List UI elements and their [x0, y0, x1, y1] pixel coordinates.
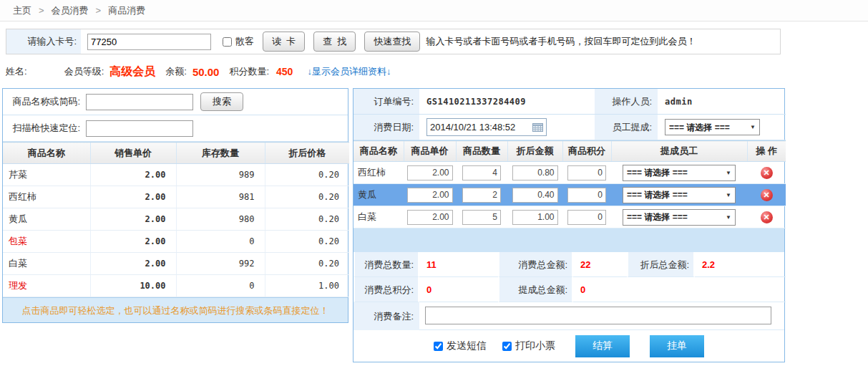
order-no-value: GS1410211337284409	[419, 89, 595, 115]
points-label: 积分数量:	[229, 65, 269, 78]
print-ticket-label: 打印小票	[515, 339, 555, 352]
item-row[interactable]: 西红柿=== 请选择 ===▼✕	[353, 162, 786, 184]
member-info-row: 姓名: 会员等级: 高级会员 余额: 50.00 积分数量: 450 ↓显示会员…	[0, 61, 868, 82]
item-name-cell: 白菜	[353, 206, 404, 228]
date-value: 2014/10/21 13:48:52	[430, 115, 515, 140]
product-table: 商品名称销售单价库存数量折后价格 芹菜2.009890.20西红柿2.00981…	[3, 142, 349, 297]
product-table-header: 商品名称销售单价库存数量折后价格	[3, 143, 349, 164]
discount-total-label: 折后总金额:	[627, 252, 695, 277]
card-search-bar: 请输入卡号: 散客 读 卡 查 找 快速查找 输入卡号或者卡面号码或者手机号码，…	[6, 29, 781, 54]
product-stock-cell: 981	[176, 186, 265, 208]
product-stock-cell: 992	[176, 253, 265, 275]
remark-label: 消费备注:	[353, 302, 419, 330]
guest-checkbox[interactable]	[223, 37, 232, 47]
item-qty-input[interactable]	[462, 188, 501, 203]
date-input[interactable]: 2014/10/21 13:48:52	[426, 118, 547, 136]
breadcrumb-item[interactable]: 会员消费	[52, 5, 89, 16]
item-name-cell: 西红柿	[353, 162, 404, 184]
commission-select[interactable]: === 请选择 === ▼	[665, 119, 760, 135]
item-amount-input[interactable]	[512, 210, 558, 225]
product-search-input[interactable]	[86, 94, 193, 110]
send-sms-checkbox[interactable]	[434, 342, 443, 351]
item-price-input[interactable]	[407, 188, 453, 203]
balance-label: 余额:	[165, 65, 187, 78]
item-points-input[interactable]	[567, 210, 606, 225]
item-price-input[interactable]	[407, 165, 453, 180]
product-column-header: 销售单价	[90, 143, 176, 164]
product-row[interactable]: 白菜2.009920.20	[3, 253, 349, 275]
item-commission-cell: === 请选择 ===▼	[611, 206, 747, 228]
item-amount-cell	[507, 162, 562, 184]
product-name-cell: 包菜	[3, 231, 90, 253]
item-amount-input[interactable]	[512, 165, 558, 180]
breadcrumb-item[interactable]: 主页	[13, 5, 31, 16]
member-detail-link[interactable]: ↓显示会员详细资料↓	[307, 65, 391, 78]
delete-item-button[interactable]: ✕	[761, 189, 773, 201]
product-discount-cell: 0.20	[265, 208, 349, 231]
chevron-down-icon: ▼	[726, 214, 731, 221]
breadcrumb-item[interactable]: 商品消费	[108, 5, 145, 16]
items-table: 商品名称商品单价商品数量折后金额商品积分提成员工操 作 西红柿=== 请选择 =…	[353, 140, 786, 228]
item-commission-cell: === 请选择 ===▼	[611, 184, 747, 206]
item-qty-cell	[456, 206, 507, 228]
items-table-body: 西红柿=== 请选择 ===▼✕黄瓜=== 请选择 ===▼✕白菜=== 请选择…	[353, 162, 786, 228]
total-qty-value: 11	[419, 252, 498, 277]
product-name-cell: 白菜	[3, 253, 90, 275]
order-panel: 订单编号: GS1410211337284409 操作人员: admin 消费日…	[353, 88, 785, 362]
total-points-value: 0	[419, 277, 498, 302]
product-panel: 商品名称或简码: 搜索 扫描枪快速定位: 商品名称销售单价库存数量折后价格 芹菜…	[2, 88, 348, 323]
item-qty-cell	[456, 162, 507, 184]
calendar-icon	[532, 122, 543, 132]
read-card-button[interactable]: 读 卡	[263, 32, 305, 52]
commission-select-value: === 请选择 ===	[669, 115, 730, 140]
item-row[interactable]: 黄瓜=== 请选择 ===▼✕	[353, 184, 786, 206]
quick-find-button[interactable]: 快速查找	[364, 32, 420, 52]
items-column-header: 折后金额	[507, 141, 562, 162]
hold-button[interactable]: 挂单	[650, 335, 704, 357]
item-points-input[interactable]	[567, 165, 606, 180]
scan-input[interactable]	[86, 120, 193, 137]
item-commission-select-value: === 请选择 ===	[627, 189, 688, 201]
product-row[interactable]: 芹菜2.009890.20	[3, 164, 349, 186]
product-row[interactable]: 包菜2.0000.20	[3, 231, 349, 253]
product-stock-cell: 989	[176, 164, 265, 186]
item-points-input[interactable]	[567, 188, 606, 203]
product-row[interactable]: 黄瓜2.009800.20	[3, 208, 349, 231]
delete-item-button[interactable]: ✕	[761, 167, 773, 179]
item-action-cell: ✕	[747, 206, 786, 228]
summary-empty-cell	[627, 277, 786, 302]
item-price-cell	[404, 162, 456, 184]
item-price-input[interactable]	[407, 210, 453, 225]
total-amount-value: 22	[573, 252, 627, 277]
print-ticket-checkbox[interactable]	[502, 342, 512, 351]
items-column-header: 商品单价	[404, 141, 456, 162]
item-commission-select[interactable]: === 请选择 ===▼	[623, 209, 736, 226]
breadcrumb-separator-icon: >	[39, 5, 44, 16]
product-row[interactable]: 西红柿2.009810.20	[3, 186, 349, 208]
product-name-cell: 西红柿	[3, 186, 90, 208]
find-button[interactable]: 查 找	[313, 32, 356, 52]
total-qty-label: 消费总数量:	[353, 252, 419, 277]
order-no-label: 订单编号:	[353, 89, 419, 115]
item-row[interactable]: 白菜=== 请选择 ===▼✕	[353, 206, 786, 228]
item-commission-select[interactable]: === 请选择 ===▼	[623, 165, 736, 181]
send-sms-label: 发送短信	[447, 339, 487, 352]
settle-button[interactable]: 结算	[575, 335, 630, 357]
commission-total-value: 0	[573, 277, 627, 302]
item-qty-input[interactable]	[462, 210, 501, 225]
item-points-cell	[562, 184, 611, 206]
delete-item-button[interactable]: ✕	[761, 211, 773, 223]
remark-input[interactable]	[425, 307, 771, 324]
items-column-header: 商品数量	[456, 141, 507, 162]
item-amount-input[interactable]	[512, 188, 558, 203]
product-column-header: 库存数量	[176, 143, 265, 164]
product-discount-cell: 0.20	[265, 186, 349, 208]
card-number-input[interactable]	[87, 34, 211, 50]
product-search-button[interactable]: 搜索	[200, 92, 243, 111]
item-qty-input[interactable]	[462, 165, 501, 180]
product-price-cell: 10.00	[90, 275, 176, 297]
product-row[interactable]: 理发10.0001.00	[3, 275, 349, 297]
items-column-header: 提成员工	[611, 141, 747, 162]
item-commission-select[interactable]: === 请选择 ===▼	[623, 187, 736, 203]
scan-label: 扫描枪快速定位:	[3, 122, 83, 135]
